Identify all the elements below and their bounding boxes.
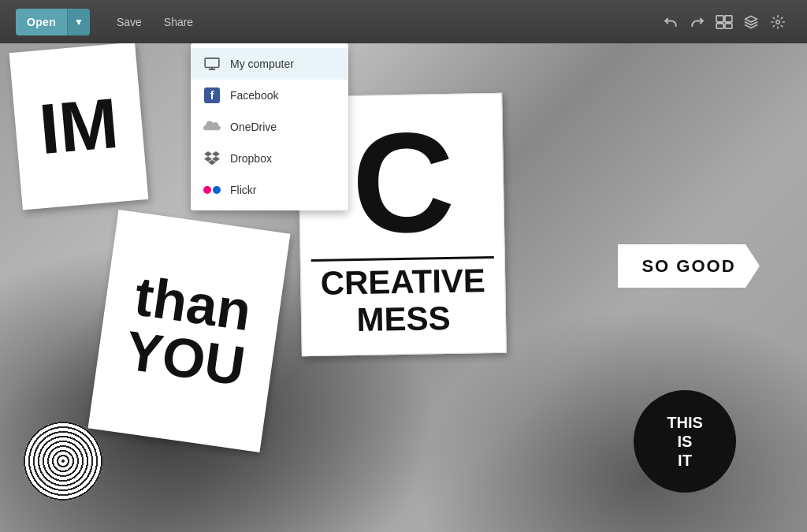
card-im-text: IM <box>36 82 122 169</box>
undo-button[interactable] <box>657 9 684 35</box>
background-canvas: IM than YOU C CREATIVEMESS SO GOOD THISI… <box>0 0 807 532</box>
gallery-button[interactable] <box>711 9 738 35</box>
svg-rect-1 <box>725 15 732 21</box>
save-button[interactable]: Save <box>106 9 153 35</box>
dropdown-item-dropbox-label: Dropbox <box>230 152 272 165</box>
card-so-good-text: SO GOOD <box>642 256 735 277</box>
flickr-icon <box>203 181 221 199</box>
card-you-text: YOU <box>122 322 248 393</box>
layers-icon <box>744 15 758 29</box>
card-main-letter: C <box>351 111 452 255</box>
dropdown-item-dropbox[interactable]: Dropbox <box>191 143 348 174</box>
spiral-decoration <box>24 422 102 500</box>
open-dropdown-toggle[interactable]: ▼ <box>67 9 90 35</box>
share-button[interactable]: Share <box>153 9 204 35</box>
facebook-icon: f <box>203 87 221 104</box>
gear-icon <box>771 15 785 29</box>
card-this-text: THISISIT <box>667 413 703 470</box>
svg-rect-0 <box>716 15 723 21</box>
undo-icon <box>664 15 678 29</box>
card-creative-mess-text: CREATIVEMESS <box>320 262 486 338</box>
dropdown-item-my-computer-label: My computer <box>230 58 294 70</box>
dropdown-item-onedrive[interactable]: OneDrive <box>191 111 348 143</box>
dropbox-icon <box>203 150 221 167</box>
dropdown-item-my-computer[interactable]: My computer <box>191 48 348 80</box>
redo-button[interactable] <box>684 9 711 35</box>
card-thank: than YOU <box>88 210 291 452</box>
redo-icon <box>690 15 705 29</box>
card-circle: THISISIT <box>634 390 736 493</box>
layers-button[interactable] <box>738 9 764 35</box>
svg-rect-2 <box>716 23 723 28</box>
settings-button[interactable] <box>764 9 791 35</box>
svg-point-4 <box>776 20 780 24</box>
card-so-good: SO GOOD <box>618 244 760 288</box>
svg-rect-3 <box>725 23 732 28</box>
onedrive-icon <box>203 118 221 136</box>
open-button-group: Open ▼ <box>16 9 90 35</box>
card-im: IM <box>9 42 149 210</box>
dropdown-item-flickr-label: Flickr <box>230 184 256 196</box>
open-dropdown-menu: My computer f Facebook OneDrive Dropbox <box>191 43 348 210</box>
svg-rect-5 <box>205 58 219 68</box>
dropdown-item-facebook[interactable]: f Facebook <box>191 80 348 111</box>
dropdown-item-flickr[interactable]: Flickr <box>191 174 348 206</box>
toolbar: Open ▼ Save Share <box>0 0 807 43</box>
open-button[interactable]: Open <box>16 9 67 35</box>
gallery-icon <box>716 15 733 29</box>
computer-icon <box>203 55 221 73</box>
dropdown-item-onedrive-label: OneDrive <box>230 121 277 133</box>
dropdown-item-facebook-label: Facebook <box>230 89 278 102</box>
